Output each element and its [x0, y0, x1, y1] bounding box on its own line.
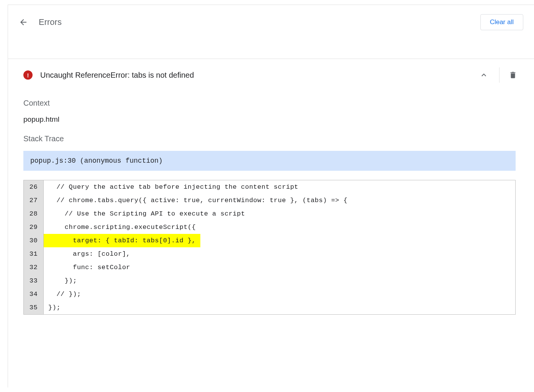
code-row: 26 // Query the active tab before inject… — [24, 180, 515, 194]
context-heading: Context — [23, 99, 516, 108]
collapse-button[interactable] — [472, 66, 496, 84]
code-row: 32 func: setColor — [24, 261, 515, 274]
line-number: 31 — [24, 247, 44, 261]
error-actions — [472, 66, 523, 84]
code-content: // chrome.tabs.query({ active: true, cur… — [44, 194, 515, 207]
back-button[interactable] — [16, 15, 31, 30]
error-message: Uncaught ReferenceError: tabs is not def… — [40, 71, 472, 80]
code-content: }); — [44, 301, 515, 314]
code-row: 33 }); — [24, 274, 515, 287]
line-number: 29 — [24, 220, 44, 234]
arrow-left-icon — [19, 18, 28, 27]
line-number: 26 — [24, 180, 44, 194]
line-number: 30 — [24, 234, 44, 247]
code-row: 28 // Use the Scripting API to execute a… — [24, 207, 515, 220]
code-content: target: { tabId: tabs[0].id }, — [44, 234, 515, 247]
highlighted-code: target: { tabId: tabs[0].id }, — [44, 234, 200, 247]
clear-all-button[interactable]: Clear all — [480, 14, 523, 30]
line-number: 34 — [24, 287, 44, 301]
code-block: 26 // Query the active tab before inject… — [23, 180, 516, 315]
line-number: 28 — [24, 207, 44, 220]
code-row: 31 args: [color], — [24, 247, 515, 261]
delete-button[interactable] — [503, 66, 523, 84]
code-row: 29 chrome.scripting.executeScript({ — [24, 220, 515, 234]
code-content: args: [color], — [44, 247, 515, 261]
page-title: Errors — [39, 17, 62, 27]
line-number: 32 — [24, 261, 44, 274]
error-body: Context popup.html Stack Trace popup.js:… — [8, 91, 534, 322]
code-content: func: setColor — [44, 261, 515, 274]
line-number: 33 — [24, 274, 44, 287]
code-row: 34 // }); — [24, 287, 515, 301]
code-row: 30 target: { tabId: tabs[0].id }, — [24, 234, 515, 247]
code-content: // Use the Scripting API to execute a sc… — [44, 207, 515, 220]
divider — [499, 67, 500, 83]
error-header: ! Uncaught ReferenceError: tabs is not d… — [8, 59, 534, 91]
code-content: // }); — [44, 287, 515, 301]
code-row: 35}); — [24, 301, 515, 314]
errors-panel: Errors Clear all ! Uncaught ReferenceErr… — [8, 5, 534, 387]
context-value: popup.html — [23, 115, 516, 124]
error-section: ! Uncaught ReferenceError: tabs is not d… — [8, 59, 534, 322]
code-row: 27 // chrome.tabs.query({ active: true, … — [24, 194, 515, 207]
error-icon-symbol: ! — [27, 72, 29, 78]
code-content: chrome.scripting.executeScript({ — [44, 220, 515, 234]
code-content: // Query the active tab before injecting… — [44, 180, 515, 194]
trash-icon — [509, 71, 517, 79]
line-number: 35 — [24, 301, 44, 314]
header-left: Errors — [16, 15, 62, 30]
chevron-up-icon — [479, 70, 488, 80]
header: Errors Clear all — [8, 5, 534, 39]
stack-trace-heading: Stack Trace — [23, 134, 516, 143]
error-icon: ! — [23, 70, 33, 80]
stack-location[interactable]: popup.js:30 (anonymous function) — [23, 151, 516, 171]
line-number: 27 — [24, 194, 44, 207]
code-content: }); — [44, 274, 515, 287]
